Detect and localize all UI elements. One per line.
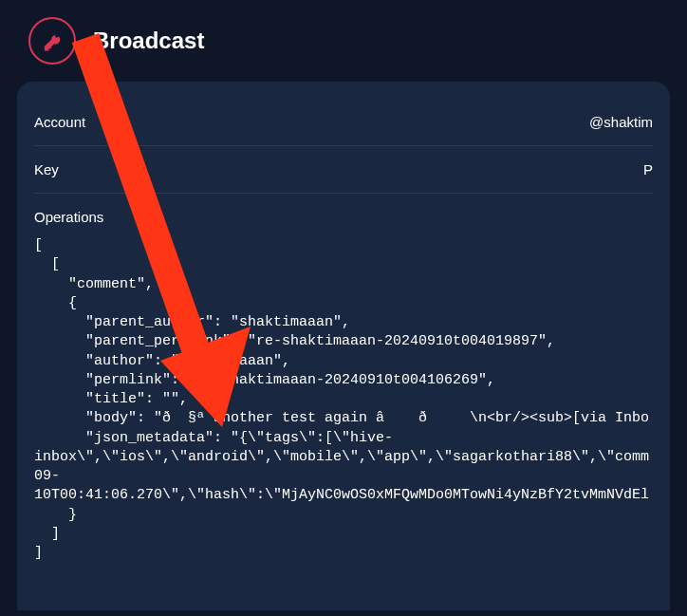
svg-point-0 (55, 35, 58, 38)
operations-code: [ [ "comment", { "parent_author": "shakt… (34, 236, 653, 582)
account-label: Account (34, 114, 85, 130)
operations-label: Operations (34, 194, 653, 236)
key-icon (39, 28, 65, 54)
key-label: Key (34, 161, 59, 177)
account-row: Account @shaktim (34, 99, 653, 146)
key-value: P (643, 161, 653, 177)
logo (28, 17, 76, 65)
account-value: @shaktim (589, 114, 653, 130)
header: Broadcast (0, 0, 687, 82)
key-row: Key P (34, 146, 653, 194)
page-title: Broadcast (93, 28, 204, 54)
panel: Account @shaktim Key P Operations [ [ "c… (17, 82, 670, 610)
